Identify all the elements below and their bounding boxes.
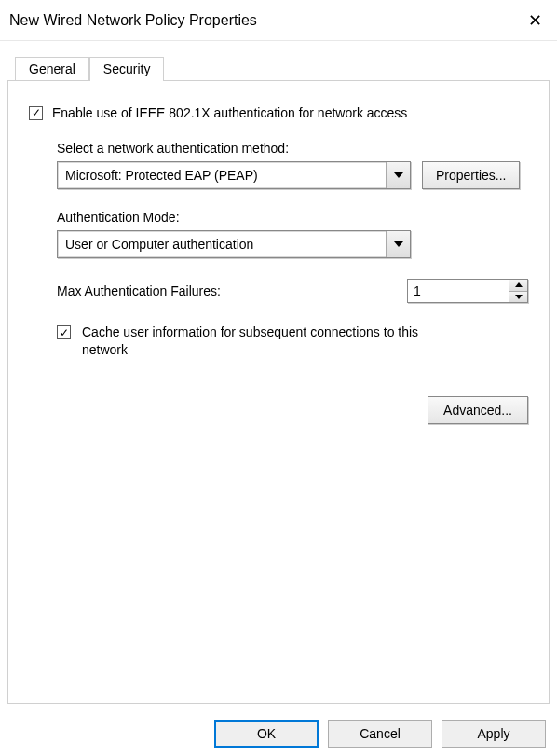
auth-mode-select[interactable]: User or Computer authentication <box>57 230 411 258</box>
auth-method-label: Select a network authentication method: <box>57 141 528 156</box>
tab-bar: General Security <box>7 50 550 80</box>
security-panel: Enable use of IEEE 802.1X authentication… <box>7 80 550 704</box>
properties-button[interactable]: Properties... <box>422 161 520 189</box>
cancel-button[interactable]: Cancel <box>328 720 432 748</box>
chevron-down-icon <box>394 241 403 247</box>
titlebar: New Wired Network Policy Properties ✕ <box>0 0 557 41</box>
dialog-footer: OK Cancel Apply <box>0 711 557 756</box>
enable-8021x-checkbox[interactable] <box>29 106 43 120</box>
spinner-down-button[interactable] <box>509 291 527 303</box>
max-failures-value: 1 <box>408 280 509 302</box>
advanced-button[interactable]: Advanced... <box>428 396 528 424</box>
max-failures-label: Max Authentication Failures: <box>57 283 221 298</box>
auth-method-dropdown-button[interactable] <box>386 162 410 188</box>
chevron-down-icon <box>515 295 523 299</box>
apply-button[interactable]: Apply <box>442 720 546 748</box>
tab-security[interactable]: Security <box>89 57 165 81</box>
ok-button[interactable]: OK <box>214 720 319 748</box>
enable-8021x-label: Enable use of IEEE 802.1X authentication… <box>52 105 407 120</box>
chevron-up-icon <box>515 282 523 287</box>
auth-mode-value: User or Computer authentication <box>58 237 386 252</box>
chevron-down-icon <box>394 172 403 178</box>
auth-mode-label: Authentication Mode: <box>57 210 528 225</box>
max-failures-spinner[interactable]: 1 <box>407 279 528 303</box>
spinner-up-button[interactable] <box>509 280 527 291</box>
cache-user-info-checkbox[interactable] <box>57 325 71 339</box>
auth-mode-dropdown-button[interactable] <box>386 231 410 257</box>
tab-general[interactable]: General <box>15 57 89 80</box>
auth-method-select[interactable]: Microsoft: Protected EAP (PEAP) <box>57 161 411 189</box>
enable-8021x-row: Enable use of IEEE 802.1X authentication… <box>29 105 528 120</box>
auth-method-value: Microsoft: Protected EAP (PEAP) <box>58 168 386 183</box>
window-title: New Wired Network Policy Properties <box>9 12 257 29</box>
cache-user-info-label: Cache user information for subsequent co… <box>82 323 455 359</box>
close-button[interactable]: ✕ <box>512 0 557 41</box>
close-icon: ✕ <box>528 10 542 31</box>
